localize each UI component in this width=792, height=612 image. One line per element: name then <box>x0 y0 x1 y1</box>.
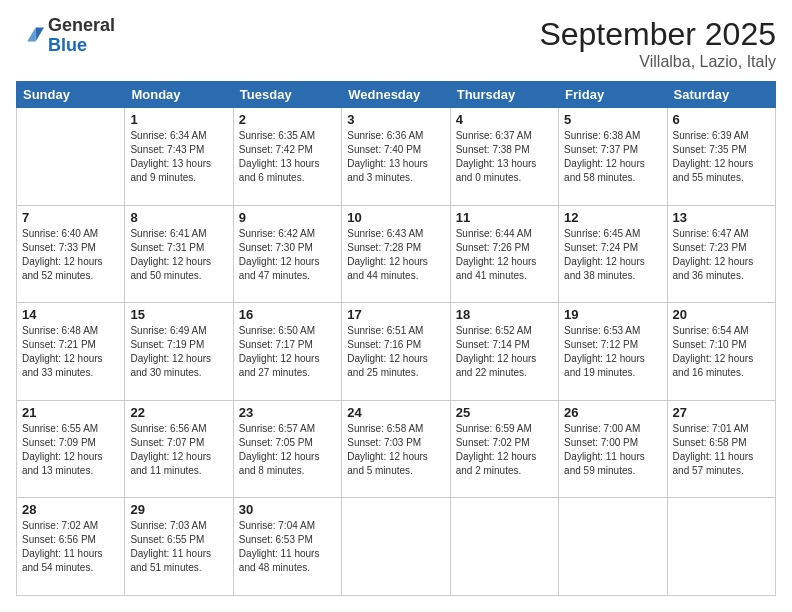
day-info: Sunrise: 6:42 AMSunset: 7:30 PMDaylight:… <box>239 227 336 283</box>
day-number: 29 <box>130 502 227 517</box>
logo-icon <box>16 22 44 50</box>
day-info: Sunrise: 7:03 AMSunset: 6:55 PMDaylight:… <box>130 519 227 575</box>
location-subtitle: Villalba, Lazio, Italy <box>539 53 776 71</box>
calendar-table: Sunday Monday Tuesday Wednesday Thursday… <box>16 81 776 596</box>
table-cell: 28Sunrise: 7:02 AMSunset: 6:56 PMDayligh… <box>17 498 125 596</box>
table-cell: 19Sunrise: 6:53 AMSunset: 7:12 PMDayligh… <box>559 303 667 401</box>
col-sunday: Sunday <box>17 82 125 108</box>
logo-blue: Blue <box>48 35 87 55</box>
logo-text: General Blue <box>48 16 115 56</box>
day-info: Sunrise: 6:39 AMSunset: 7:35 PMDaylight:… <box>673 129 770 185</box>
day-number: 1 <box>130 112 227 127</box>
table-cell: 2Sunrise: 6:35 AMSunset: 7:42 PMDaylight… <box>233 108 341 206</box>
day-info: Sunrise: 6:45 AMSunset: 7:24 PMDaylight:… <box>564 227 661 283</box>
table-cell: 20Sunrise: 6:54 AMSunset: 7:10 PMDayligh… <box>667 303 775 401</box>
table-cell: 7Sunrise: 6:40 AMSunset: 7:33 PMDaylight… <box>17 205 125 303</box>
calendar-week-row: 1Sunrise: 6:34 AMSunset: 7:43 PMDaylight… <box>17 108 776 206</box>
calendar-week-row: 21Sunrise: 6:55 AMSunset: 7:09 PMDayligh… <box>17 400 776 498</box>
day-info: Sunrise: 6:54 AMSunset: 7:10 PMDaylight:… <box>673 324 770 380</box>
col-friday: Friday <box>559 82 667 108</box>
table-cell: 3Sunrise: 6:36 AMSunset: 7:40 PMDaylight… <box>342 108 450 206</box>
table-cell: 17Sunrise: 6:51 AMSunset: 7:16 PMDayligh… <box>342 303 450 401</box>
day-number: 26 <box>564 405 661 420</box>
table-cell: 10Sunrise: 6:43 AMSunset: 7:28 PMDayligh… <box>342 205 450 303</box>
day-number: 16 <box>239 307 336 322</box>
day-info: Sunrise: 6:56 AMSunset: 7:07 PMDaylight:… <box>130 422 227 478</box>
day-number: 22 <box>130 405 227 420</box>
col-wednesday: Wednesday <box>342 82 450 108</box>
day-number: 27 <box>673 405 770 420</box>
day-number: 4 <box>456 112 553 127</box>
table-cell: 25Sunrise: 6:59 AMSunset: 7:02 PMDayligh… <box>450 400 558 498</box>
table-cell <box>17 108 125 206</box>
table-cell: 24Sunrise: 6:58 AMSunset: 7:03 PMDayligh… <box>342 400 450 498</box>
logo-general: General <box>48 15 115 35</box>
day-number: 20 <box>673 307 770 322</box>
table-cell <box>559 498 667 596</box>
day-number: 17 <box>347 307 444 322</box>
day-number: 12 <box>564 210 661 225</box>
table-cell: 16Sunrise: 6:50 AMSunset: 7:17 PMDayligh… <box>233 303 341 401</box>
day-info: Sunrise: 6:38 AMSunset: 7:37 PMDaylight:… <box>564 129 661 185</box>
day-number: 21 <box>22 405 119 420</box>
day-info: Sunrise: 6:37 AMSunset: 7:38 PMDaylight:… <box>456 129 553 185</box>
col-thursday: Thursday <box>450 82 558 108</box>
day-info: Sunrise: 6:35 AMSunset: 7:42 PMDaylight:… <box>239 129 336 185</box>
table-cell: 15Sunrise: 6:49 AMSunset: 7:19 PMDayligh… <box>125 303 233 401</box>
table-cell: 5Sunrise: 6:38 AMSunset: 7:37 PMDaylight… <box>559 108 667 206</box>
table-cell: 30Sunrise: 7:04 AMSunset: 6:53 PMDayligh… <box>233 498 341 596</box>
month-title: September 2025 <box>539 16 776 53</box>
day-info: Sunrise: 6:51 AMSunset: 7:16 PMDaylight:… <box>347 324 444 380</box>
logo: General Blue <box>16 16 115 56</box>
table-cell: 11Sunrise: 6:44 AMSunset: 7:26 PMDayligh… <box>450 205 558 303</box>
day-number: 25 <box>456 405 553 420</box>
day-number: 9 <box>239 210 336 225</box>
day-number: 10 <box>347 210 444 225</box>
day-info: Sunrise: 6:53 AMSunset: 7:12 PMDaylight:… <box>564 324 661 380</box>
calendar-header-row: Sunday Monday Tuesday Wednesday Thursday… <box>17 82 776 108</box>
day-number: 3 <box>347 112 444 127</box>
day-info: Sunrise: 6:52 AMSunset: 7:14 PMDaylight:… <box>456 324 553 380</box>
day-info: Sunrise: 7:02 AMSunset: 6:56 PMDaylight:… <box>22 519 119 575</box>
day-number: 7 <box>22 210 119 225</box>
table-cell: 27Sunrise: 7:01 AMSunset: 6:58 PMDayligh… <box>667 400 775 498</box>
header: General Blue September 2025 Villalba, La… <box>16 16 776 71</box>
day-info: Sunrise: 6:40 AMSunset: 7:33 PMDaylight:… <box>22 227 119 283</box>
table-cell: 13Sunrise: 6:47 AMSunset: 7:23 PMDayligh… <box>667 205 775 303</box>
day-number: 18 <box>456 307 553 322</box>
day-info: Sunrise: 6:34 AMSunset: 7:43 PMDaylight:… <box>130 129 227 185</box>
day-number: 24 <box>347 405 444 420</box>
day-number: 6 <box>673 112 770 127</box>
col-saturday: Saturday <box>667 82 775 108</box>
day-info: Sunrise: 6:43 AMSunset: 7:28 PMDaylight:… <box>347 227 444 283</box>
day-info: Sunrise: 7:01 AMSunset: 6:58 PMDaylight:… <box>673 422 770 478</box>
col-monday: Monday <box>125 82 233 108</box>
svg-marker-1 <box>27 27 35 41</box>
day-info: Sunrise: 6:57 AMSunset: 7:05 PMDaylight:… <box>239 422 336 478</box>
table-cell: 29Sunrise: 7:03 AMSunset: 6:55 PMDayligh… <box>125 498 233 596</box>
day-info: Sunrise: 6:41 AMSunset: 7:31 PMDaylight:… <box>130 227 227 283</box>
day-info: Sunrise: 6:48 AMSunset: 7:21 PMDaylight:… <box>22 324 119 380</box>
title-block: September 2025 Villalba, Lazio, Italy <box>539 16 776 71</box>
table-cell: 9Sunrise: 6:42 AMSunset: 7:30 PMDaylight… <box>233 205 341 303</box>
table-cell: 14Sunrise: 6:48 AMSunset: 7:21 PMDayligh… <box>17 303 125 401</box>
day-number: 28 <box>22 502 119 517</box>
table-cell: 22Sunrise: 6:56 AMSunset: 7:07 PMDayligh… <box>125 400 233 498</box>
day-info: Sunrise: 6:47 AMSunset: 7:23 PMDaylight:… <box>673 227 770 283</box>
day-number: 23 <box>239 405 336 420</box>
table-cell: 8Sunrise: 6:41 AMSunset: 7:31 PMDaylight… <box>125 205 233 303</box>
table-cell: 21Sunrise: 6:55 AMSunset: 7:09 PMDayligh… <box>17 400 125 498</box>
col-tuesday: Tuesday <box>233 82 341 108</box>
day-info: Sunrise: 6:36 AMSunset: 7:40 PMDaylight:… <box>347 129 444 185</box>
table-cell <box>450 498 558 596</box>
day-number: 19 <box>564 307 661 322</box>
calendar-week-row: 28Sunrise: 7:02 AMSunset: 6:56 PMDayligh… <box>17 498 776 596</box>
calendar-week-row: 7Sunrise: 6:40 AMSunset: 7:33 PMDaylight… <box>17 205 776 303</box>
day-info: Sunrise: 6:50 AMSunset: 7:17 PMDaylight:… <box>239 324 336 380</box>
table-cell <box>342 498 450 596</box>
table-cell: 6Sunrise: 6:39 AMSunset: 7:35 PMDaylight… <box>667 108 775 206</box>
day-number: 11 <box>456 210 553 225</box>
day-number: 8 <box>130 210 227 225</box>
table-cell: 1Sunrise: 6:34 AMSunset: 7:43 PMDaylight… <box>125 108 233 206</box>
day-info: Sunrise: 7:00 AMSunset: 7:00 PMDaylight:… <box>564 422 661 478</box>
